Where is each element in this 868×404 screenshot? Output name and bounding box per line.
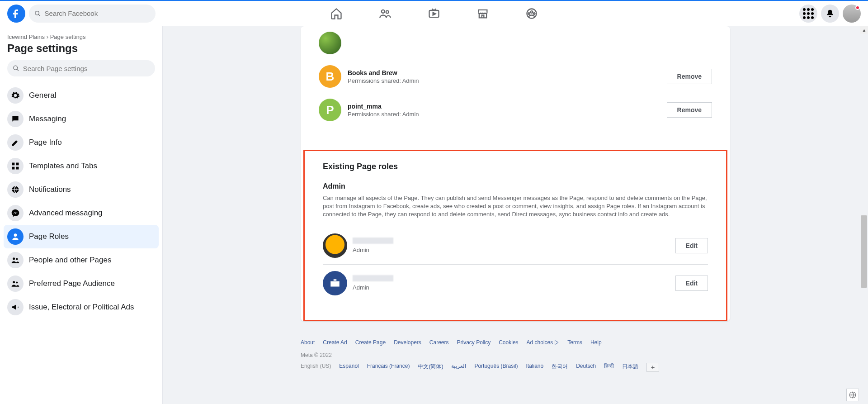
account-avatar[interactable] <box>843 5 861 23</box>
messenger-icon <box>7 205 24 221</box>
svg-rect-11 <box>12 163 15 166</box>
search-icon <box>13 65 19 72</box>
sidebar-item-political-ads[interactable]: Issue, Electoral or Political Ads <box>4 295 159 319</box>
adchoices-icon <box>554 340 559 345</box>
global-search-input[interactable] <box>45 10 150 17</box>
remove-button[interactable]: Remove <box>667 69 712 84</box>
sidebar-item-messaging[interactable]: Messaging <box>4 107 159 131</box>
footer-link[interactable]: Terms <box>567 339 582 346</box>
footer-link[interactable]: Cookies <box>499 339 518 346</box>
sidebar-item-templates[interactable]: Templates and Tabs <box>4 154 159 178</box>
role-entry: Admin Edit <box>323 265 708 302</box>
svg-point-19 <box>13 281 15 283</box>
sidebar-item-label: Preferred Page Audience <box>29 279 115 288</box>
person-icon <box>7 228 24 245</box>
global-search[interactable] <box>29 5 156 23</box>
svg-rect-12 <box>16 163 19 166</box>
watch-icon[interactable] <box>428 7 440 20</box>
sidebar-item-people-pages[interactable]: People and other Pages <box>4 248 159 272</box>
page-title: Page settings <box>4 40 159 60</box>
scrollbar-thumb[interactable] <box>861 215 867 288</box>
footer-link[interactable]: About <box>301 339 315 346</box>
language-link[interactable]: Deutsch <box>576 363 596 372</box>
role-description: Can manage all aspects of the Page. They… <box>323 194 708 219</box>
scroll-up-arrow[interactable]: ▲ <box>860 26 868 34</box>
sidebar-item-page-info[interactable]: Page Info <box>4 131 159 154</box>
user-name-redacted <box>353 275 393 281</box>
footer-link-adchoices[interactable]: Ad choices <box>527 339 560 346</box>
sidebar-item-notifications[interactable]: Notifications <box>4 178 159 201</box>
settings-search-input[interactable] <box>23 65 150 72</box>
add-language-button[interactable]: + <box>646 363 659 372</box>
language-link[interactable]: 中文(简体) <box>418 363 443 372</box>
groups-icon[interactable] <box>525 7 538 20</box>
partner-avatar <box>319 32 341 54</box>
partner-name: point_mma <box>348 103 419 110</box>
notifications-button[interactable] <box>821 5 839 23</box>
marketplace-icon[interactable] <box>476 7 489 20</box>
briefcase-icon <box>329 277 341 289</box>
language-link[interactable]: Español <box>339 363 359 372</box>
partner-avatar: B <box>319 65 341 88</box>
home-icon[interactable] <box>330 7 343 20</box>
language-globe-button[interactable] <box>846 389 859 401</box>
footer-link[interactable]: Create Ad <box>323 339 347 346</box>
right-nav <box>799 5 861 23</box>
footer-link[interactable]: Help <box>590 339 602 346</box>
settings-search[interactable] <box>7 60 155 76</box>
language-link[interactable]: हिन्दी <box>604 363 614 372</box>
sidebar-item-advanced-messaging[interactable]: Advanced messaging <box>4 201 159 225</box>
footer-link[interactable]: Developers <box>394 339 421 346</box>
partner-avatar: P <box>319 99 341 121</box>
center-nav <box>330 7 538 20</box>
sidebar-item-general[interactable]: General <box>4 84 159 107</box>
sidebar-item-page-roles[interactable]: Page Roles <box>4 225 159 248</box>
svg-rect-13 <box>12 167 15 170</box>
language-link[interactable]: Italiano <box>526 363 543 372</box>
friends-icon[interactable] <box>379 7 392 20</box>
pencil-icon <box>7 134 24 151</box>
language-link[interactable]: 日本語 <box>622 363 638 372</box>
sidebar-item-preferred-audience[interactable]: Preferred Page Audience <box>4 272 159 295</box>
remove-button[interactable]: Remove <box>667 102 712 118</box>
edit-button[interactable]: Edit <box>675 238 708 253</box>
svg-line-10 <box>17 69 19 71</box>
partner-row: B Books and Brew Permissions shared: Adm… <box>319 60 712 93</box>
partner-permission: Permissions shared: Admin <box>348 111 419 118</box>
menu-grid-button[interactable] <box>799 5 817 23</box>
divider <box>319 136 712 136</box>
megaphone-icon <box>7 299 24 315</box>
language-link[interactable]: العربية <box>451 363 466 372</box>
notification-dot <box>855 5 860 10</box>
footer-link[interactable]: Careers <box>429 339 449 346</box>
sidebar-item-label: Templates and Tabs <box>29 162 97 171</box>
people-icon <box>7 276 24 292</box>
language-link[interactable]: Français (France) <box>367 363 410 372</box>
partner-permission: Permissions shared: Admin <box>348 77 419 84</box>
svg-point-9 <box>14 66 18 70</box>
svg-point-20 <box>16 281 18 283</box>
role-heading: Admin <box>323 182 708 190</box>
search-icon <box>34 10 41 17</box>
sidebar-item-label: Page Roles <box>29 232 69 241</box>
breadcrumb-page-link[interactable]: Icewind Plains <box>7 33 45 40</box>
svg-point-8 <box>533 13 535 14</box>
language-link[interactable]: 한국어 <box>552 363 568 372</box>
sidebar-item-label: Advanced messaging <box>29 209 103 218</box>
footer-link[interactable]: Privacy Policy <box>457 339 491 346</box>
footer-link[interactable]: Create Page <box>355 339 386 346</box>
svg-point-7 <box>528 13 530 14</box>
settings-sidebar: Icewind Plains › Page settings Page sett… <box>0 26 163 404</box>
svg-point-6 <box>531 11 533 13</box>
facebook-logo[interactable] <box>7 5 25 23</box>
edit-button[interactable]: Edit <box>675 276 708 291</box>
globe-icon <box>7 181 24 198</box>
sidebar-item-label: Messaging <box>29 114 66 124</box>
partner-row <box>319 26 712 60</box>
breadcrumb-current: Page settings <box>50 33 86 40</box>
language-link[interactable]: Português (Brasil) <box>474 363 518 372</box>
people-icon <box>7 252 24 268</box>
partner-name: Books and Brew <box>348 69 419 76</box>
svg-point-16 <box>14 233 17 237</box>
svg-point-2 <box>382 10 385 13</box>
